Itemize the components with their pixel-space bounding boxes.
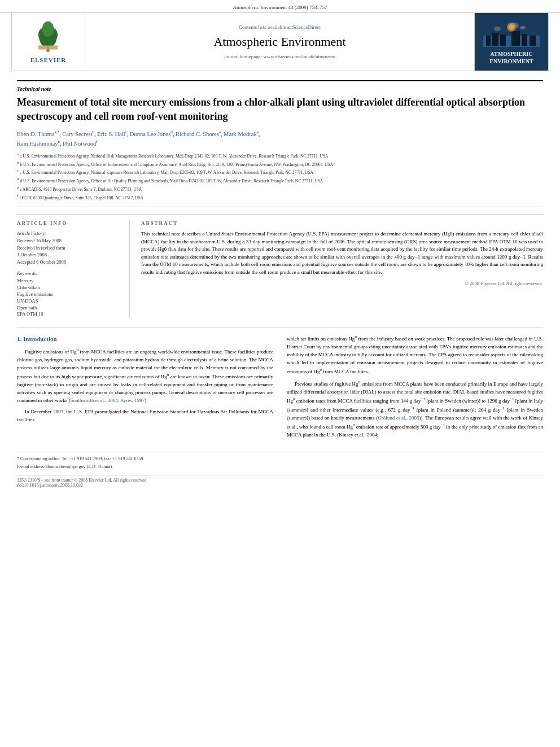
footnote-email: E-mail address: thoma.eben@epa.gov (E.D.… [17, 464, 543, 470]
sciencedirect-link[interactable]: ScienceDirect [292, 24, 321, 30]
citation-text: Atmospheric Environment 43 (2009) 753–75… [233, 5, 327, 10]
footer-info: 1352-2310/$ – see front matter © 2008 El… [17, 475, 543, 488]
abstract-panel: ABSTRACT This technical note describes a… [141, 220, 543, 318]
body-two-col: 1. Introduction Fugitive emissions of Hg… [17, 334, 543, 442]
affiliation-a: a a U.S. Environmental Protection Agency… [17, 151, 543, 159]
keyword-fugitive: Fugitive emissions [17, 291, 120, 298]
author-phil: Phil Norwood [63, 140, 96, 146]
keywords-label: Keywords: [17, 270, 120, 276]
sciencedirect-line: Contents lists available at ScienceDirec… [239, 24, 321, 30]
affiliation-d: d d U.S. Environmental Protection Agency… [17, 176, 543, 184]
svg-rect-9 [486, 36, 491, 46]
keyword-uvdoas: UV-DOAS [17, 298, 120, 305]
body-col-right: which set limits on emissions Hg0 from t… [287, 334, 543, 442]
keyword-chlor: Chlor-alkali [17, 285, 120, 291]
affiliation-f: f f EC/R, 6330 Quadrangle Drive, Suite 3… [17, 193, 543, 201]
atm-env-logo-container: ATMOSPHERIC ENVIRONMENT [475, 13, 548, 71]
copyright-line: © 2008 Elsevier Ltd. All rights reserved… [141, 281, 543, 286]
footer-doi: doi:10.1016/j.atmosenv.2008.10.032 [17, 483, 543, 488]
svg-rect-12 [511, 31, 520, 46]
intro-para-2: In December 2003, the U.S. EPA promulgat… [17, 408, 273, 424]
article-info-heading: ARTICLE INFO [17, 220, 120, 226]
affiliation-c: c c U.S. Environmental Protection Agency… [17, 168, 543, 176]
accepted-date: Accepted 6 October 2008 [17, 259, 120, 266]
technical-note-label: Technical note [17, 80, 543, 92]
keyword-openpath: Open path [17, 305, 120, 312]
svg-point-18 [510, 23, 519, 28]
abstract-text: This technical note describes a United S… [141, 230, 543, 276]
author-donna: Donna Lee Jones [130, 131, 170, 137]
history-label: Article history: [17, 230, 120, 236]
svg-point-4 [42, 21, 54, 37]
elsevier-logo-container: ELSEVIER [12, 13, 85, 71]
main-content: Technical note Measurement of total site… [0, 71, 560, 499]
ref-southworth[interactable]: Southworth et al., 2004; Ayres, 1997 [70, 397, 145, 403]
keyword-epa: EPA OTM 10 [17, 311, 120, 318]
ref-grolund[interactable]: Grölund et al., 2005 [378, 415, 419, 421]
elsevier-label: ELSEVIER [30, 56, 67, 63]
received-revised-date: Received in revised form1 October 2008 [17, 245, 120, 259]
affiliation-e: e e ARCADIS, 4915 Prospectus Drive, Suit… [17, 185, 543, 193]
intro-para-1: Fugitive emissions of Hg0 from MCCA faci… [17, 347, 273, 405]
svg-point-19 [520, 26, 526, 29]
abstract-heading: ABSTRACT [141, 220, 543, 226]
author-mark: Mark Modrak [224, 131, 257, 137]
journal-header-row: ELSEVIER Contents lists available at Sci… [11, 13, 549, 71]
svg-rect-11 [500, 34, 506, 46]
journal-citation: Atmospheric Environment 43 (2009) 753–75… [0, 0, 560, 13]
right-para-1: which set limits on emissions Hg0 from t… [287, 334, 543, 376]
intro-heading: 1. Introduction [17, 334, 273, 344]
article-title: Measurement of total site mercury emissi… [17, 95, 543, 124]
page-wrapper: Atmospheric Environment 43 (2009) 753–75… [0, 0, 560, 499]
journal-title-container: Contents lists available at ScienceDirec… [85, 13, 475, 71]
footer-issn: 1352-2310/$ – see front matter © 2008 El… [17, 478, 543, 483]
svg-rect-14 [530, 36, 536, 46]
svg-point-17 [494, 27, 501, 31]
elsevier-logo: ELSEVIER [30, 20, 67, 63]
atm-env-scene-icon [480, 19, 542, 47]
affiliations: a a U.S. Environmental Protection Agency… [17, 151, 543, 208]
svg-rect-13 [522, 34, 527, 46]
atm-env-logo-text: ATMOSPHERIC ENVIRONMENT [489, 50, 533, 65]
body-section: 1. Introduction Fugitive emissions of Hg… [17, 327, 543, 442]
author-eben: Eben D. Thoma [17, 131, 55, 137]
journal-homepage: journal homepage: www.elsevier.com/locat… [224, 54, 335, 59]
author-eric: Eric S. Hall [97, 131, 125, 137]
body-col-left: 1. Introduction Fugitive emissions of Hg… [17, 334, 273, 442]
footnote-corresponding: * Corresponding author. Tel.: +1 919 541… [17, 456, 543, 462]
received-date: Received 16 May 2008 [17, 238, 120, 244]
author-ram: Ram Hashmonay [17, 140, 58, 146]
author-richard: Richard C. Shores [176, 131, 219, 137]
article-info-panel: ARTICLE INFO Article history: Received 1… [17, 220, 130, 318]
svg-rect-10 [492, 33, 498, 46]
affiliation-b: b b U.S. Environmental Protection Agency… [17, 160, 543, 168]
footnote-area: * Corresponding author. Tel.: +1 919 541… [17, 452, 543, 470]
elsevier-tree-icon [31, 20, 65, 54]
author-cary: Cary Secrest [62, 131, 92, 137]
keyword-mercury: Mercury [17, 278, 120, 285]
right-para-2: Previous studies of fugitive Hg0 emissio… [287, 379, 543, 439]
article-info-abstract-row: ARTICLE INFO Article history: Received 1… [17, 214, 543, 318]
journal-main-title: Atmospheric Environment [213, 34, 345, 49]
authors-line: Eben D. Thomaa,*, Cary Secrestb, Eric S.… [17, 129, 543, 148]
